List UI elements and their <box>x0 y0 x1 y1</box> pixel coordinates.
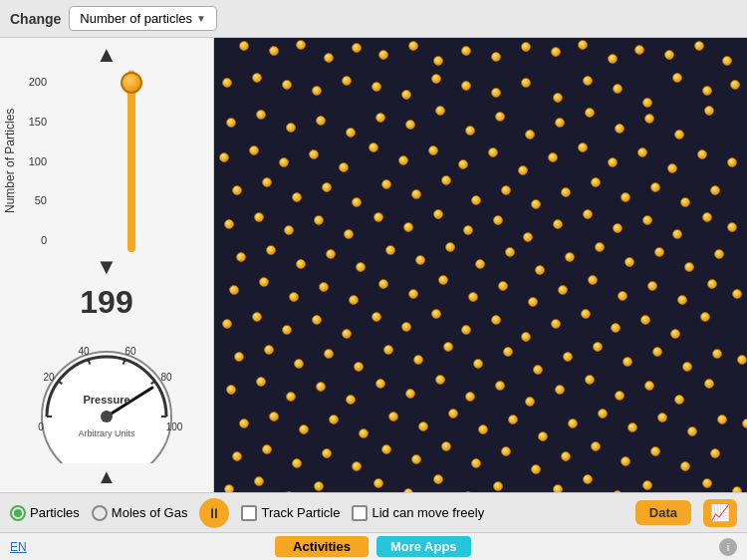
particle <box>493 481 503 491</box>
particle <box>634 45 644 55</box>
particle <box>595 242 605 252</box>
slider-thumb[interactable] <box>121 72 142 94</box>
particle <box>372 312 381 322</box>
particle <box>266 245 276 255</box>
tick-label: 150 <box>29 116 50 128</box>
particle <box>732 486 742 492</box>
particle <box>433 56 443 66</box>
particle <box>239 41 249 51</box>
svg-text:60: 60 <box>124 346 136 357</box>
lid-checkbox[interactable]: Lid can move freely <box>352 505 484 521</box>
particle <box>314 481 324 491</box>
tick-labels: 050100150200 <box>20 70 50 252</box>
particle <box>269 46 279 56</box>
particle <box>521 42 531 52</box>
particle <box>226 118 236 128</box>
pause-icon: ⏸ <box>207 505 221 521</box>
particle <box>398 155 408 165</box>
particle <box>256 110 266 120</box>
particle <box>473 359 483 369</box>
particle <box>598 409 608 419</box>
data-button[interactable]: Data <box>635 500 691 525</box>
particle <box>710 185 720 195</box>
particle <box>316 382 326 392</box>
particle <box>652 347 662 357</box>
particle <box>493 215 503 225</box>
particle <box>670 329 680 339</box>
particle <box>624 257 634 267</box>
particle <box>521 332 531 342</box>
particle <box>342 329 352 339</box>
particle <box>411 189 421 199</box>
particle <box>405 120 415 130</box>
svg-text:Pressure: Pressure <box>83 394 129 406</box>
particle <box>339 162 349 172</box>
particles-radio[interactable]: Particles <box>10 505 80 521</box>
particle <box>684 262 694 272</box>
particle <box>252 73 262 83</box>
particle <box>627 422 637 432</box>
particle <box>672 73 682 83</box>
more-apps-button[interactable]: More Apps <box>376 536 471 557</box>
particle <box>359 428 369 438</box>
particle <box>585 375 595 385</box>
particle <box>408 41 418 51</box>
chevron-down-icon: ▼ <box>196 13 206 24</box>
moles-radio[interactable]: Moles of Gas <box>92 505 188 521</box>
en-link[interactable]: EN <box>10 540 27 554</box>
particle <box>581 309 591 319</box>
particle <box>229 285 239 295</box>
particle <box>578 142 588 152</box>
gauge-up-arrow[interactable]: ▲ <box>97 465 117 488</box>
svg-text:100: 100 <box>166 421 183 432</box>
slider-up-button[interactable]: ▲ <box>96 44 118 66</box>
particle <box>588 275 598 285</box>
slider-down-button[interactable]: ▼ <box>96 256 118 278</box>
particle <box>621 456 630 466</box>
activities-button[interactable]: Activities <box>275 536 369 557</box>
particle <box>608 157 618 167</box>
particle <box>583 474 593 484</box>
particle <box>249 145 259 155</box>
particle <box>553 219 563 229</box>
particle <box>742 419 747 428</box>
particle <box>621 192 630 202</box>
pause-button[interactable]: ⏸ <box>199 498 229 528</box>
tick-label: 50 <box>35 194 50 206</box>
dropdown-button[interactable]: Number of particles ▼ <box>69 6 217 31</box>
slider-track[interactable] <box>127 70 135 252</box>
particle <box>503 347 513 357</box>
particle <box>312 315 322 325</box>
particle <box>495 381 505 391</box>
particle <box>657 413 667 422</box>
particle <box>279 157 289 167</box>
particle <box>644 114 654 124</box>
particle <box>435 106 445 116</box>
particle <box>408 289 418 299</box>
chart-button[interactable]: 📈 <box>703 499 737 527</box>
particle <box>262 444 272 454</box>
particle <box>324 53 334 63</box>
particle <box>491 88 501 98</box>
particle <box>431 309 441 319</box>
particle <box>375 113 385 123</box>
particle <box>682 362 692 372</box>
particle <box>608 54 618 64</box>
particle <box>680 197 690 207</box>
info-button[interactable]: i <box>719 538 737 556</box>
particle <box>613 84 622 94</box>
particle <box>533 365 543 375</box>
particle <box>346 395 356 405</box>
particle <box>491 52 501 62</box>
svg-text:Arbitrary Units: Arbitrary Units <box>78 428 135 438</box>
particle <box>299 424 309 434</box>
particle <box>405 389 415 399</box>
particle <box>561 187 571 197</box>
left-panel: ▲ Number of Particles 050100150200 ▼ <box>0 38 214 492</box>
particle <box>585 108 595 118</box>
track-particle-checkbox[interactable]: Track Particle <box>241 505 340 521</box>
particle <box>707 279 717 289</box>
particle <box>710 448 720 458</box>
particle <box>222 78 232 88</box>
particle <box>259 277 269 287</box>
